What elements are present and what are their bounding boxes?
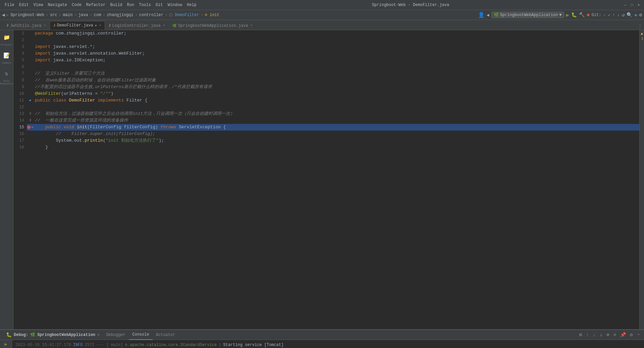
panel-settings-icon[interactable]: ⚙ [629, 331, 634, 338]
nav-back-icon[interactable]: ◀ [2, 12, 5, 18]
code-line-17: 17 System.out.println("init 初始化方法执行了"); [13, 137, 644, 144]
nav-forward-icon[interactable]: ▶ [6, 12, 9, 18]
menu-tools[interactable]: Tools [137, 2, 153, 8]
menu-help[interactable]: Help [185, 2, 199, 8]
code-editor[interactable]: 1 package com.zhangjingqi.controller; 2 … [13, 30, 644, 329]
breadcrumb-java[interactable]: java [78, 13, 88, 17]
console-scroll-end-icon[interactable]: ⇓ [598, 331, 604, 338]
tab-actuator[interactable]: Actuator [153, 330, 179, 340]
panel-close-icon[interactable]: − [635, 331, 641, 339]
code-line-4: 4 import javax.servlet.annotation.WebFil… [13, 50, 644, 57]
menu-view[interactable]: View [32, 2, 45, 8]
menu-file[interactable]: File [3, 2, 16, 8]
code-line-18: 18 } [13, 144, 644, 151]
debug-icon: 🐛 [6, 332, 12, 338]
menu-bar[interactable]: File Edit View Navigate Code Refactor Bu… [3, 2, 199, 8]
console-scroll-up-icon[interactable]: ↑ [585, 332, 590, 338]
git-push-icon[interactable]: ↑ [612, 12, 615, 17]
debug-app-icon: 🌿 [30, 332, 35, 337]
debug-left-toolbar: ▶ ↕ ↓ ↑ → ⏸ ■ ⟳ ⬡ ⬡ 🗑 ⚙ [0, 340, 12, 348]
breadcrumb-main[interactable]: main [63, 13, 73, 17]
tab-demofilter-close[interactable]: × [99, 24, 101, 27]
editor-area[interactable]: 1 package com.zhangjingqi.controller; 2 … [13, 30, 644, 329]
menu-build[interactable]: Build [108, 2, 124, 8]
run-config-label: SpringbootWebApplication [500, 13, 558, 17]
code-line-5: 5 import java.io.IOException; [13, 57, 644, 64]
breadcrumb-demofilter[interactable]: ⬡ DemoFilter [169, 12, 199, 17]
tab-console[interactable]: Console [129, 330, 152, 340]
debug-resume-icon[interactable]: ▶ [1, 341, 11, 347]
git-check-icon[interactable]: ✓ [603, 12, 606, 18]
menu-run[interactable]: Run [125, 2, 136, 8]
minimize-button[interactable]: — [623, 2, 628, 8]
tab-logincontroller[interactable]: J LoginController.java × [105, 21, 169, 30]
run-config-icon: 🌿 [494, 12, 499, 17]
tab-debugger[interactable]: Debugger [103, 330, 129, 340]
breadcrumb-zhangjingqi[interactable]: zhangjingqi [107, 13, 133, 17]
console-filter-icon[interactable]: ⊞ [578, 331, 583, 338]
debug-app-close[interactable]: × [97, 333, 100, 337]
breadcrumb-project[interactable]: Springboot-Web [10, 13, 44, 17]
tab-jwt-close[interactable]: × [44, 24, 46, 27]
ai-icon[interactable]: ◈ [634, 12, 637, 18]
tab-springbootapp-icon: 🌿 [172, 24, 176, 28]
nav-right-tools: 👤 ◀ 🌿 SpringbootWebApplication ▼ ▶ 🐛 🔨 ■… [478, 12, 642, 18]
code-line-10: 10 @WebFilter(urlPatterns = "/*") [13, 90, 644, 97]
window-controls[interactable]: — □ ✕ [623, 2, 641, 8]
tab-more-button[interactable]: ⋮ [637, 23, 643, 30]
console-pin-icon[interactable]: 📌 [619, 331, 627, 338]
tab-modified-indicator: ● [95, 24, 97, 27]
menu-navigate[interactable]: Navigate [46, 2, 69, 8]
bottom-panel: 🐛 Debug: 🌿 SpringbootWebApplication × De… [0, 329, 644, 348]
search-icon[interactable]: 🔍 [627, 12, 632, 18]
console-clear-icon[interactable]: ⊗ [605, 331, 610, 338]
sidebar-commit-icon[interactable]: 📝 [1, 50, 13, 62]
code-line-11: 11 ● public class DemoFilter implements … [13, 97, 644, 104]
code-line-9: 9 //不配置的话过滤器不会生效,urlPatterns表示拦截什么样的请求，/… [13, 84, 644, 90]
tab-jwt[interactable]: J JwtUtils.java × [3, 21, 50, 30]
left-sidebar: 📁 Project 📝 Commit ⇅ Pull Requests [0, 30, 13, 329]
console-line-1: 2023-05-16 15:41:27.170 INFO 2572 --- [ … [15, 342, 641, 348]
tab-demofilter[interactable]: J DemoFilter.java ● × [50, 21, 105, 30]
console-format-icon[interactable]: ≡ [612, 332, 618, 338]
git-tick-icon[interactable]: ✔ [608, 12, 610, 18]
maximize-button[interactable]: □ [629, 2, 635, 8]
menu-edit[interactable]: Edit [17, 2, 31, 8]
tab-logincontroller-close[interactable]: × [163, 24, 165, 27]
menu-refactor[interactable]: Refactor [84, 2, 108, 8]
debug-panel-title: 🐛 Debug: 🌿 SpringbootWebApplication × [3, 332, 103, 338]
bottom-panel-tools: ⊞ ↑ ↓ ⇓ ⊗ ≡ 📌 ⚙ − [578, 331, 641, 339]
breadcrumb-com[interactable]: com [94, 13, 101, 17]
debug-run-icon[interactable]: 🐛 [571, 12, 577, 18]
menu-code[interactable]: Code [70, 2, 84, 8]
sidebar-project-icon[interactable]: 📁 [1, 31, 13, 44]
tab-logincontroller-icon: J [109, 24, 111, 27]
editor-right-gutter: ▲ 1 [639, 30, 644, 329]
tab-springbootapp[interactable]: 🌿 SpringbootWebApplication.java × [169, 21, 256, 30]
code-line-6: 6 [13, 64, 644, 70]
settings-icon[interactable]: ⚙ [639, 12, 642, 18]
git-pull-icon[interactable]: ↓ [617, 12, 620, 17]
debug-content-area: ▶ ↕ ↓ ↑ → ⏸ ■ ⟳ ⬡ ⬡ 🗑 ⚙ 2023-05-16 15:41… [0, 340, 644, 348]
breadcrumb-controller[interactable]: controller [139, 13, 163, 17]
nav-back2-icon[interactable]: ◀ [487, 12, 489, 18]
tab-bar: J JwtUtils.java × J DemoFilter.java ● × … [0, 20, 644, 30]
console-scroll-down-icon[interactable]: ↓ [591, 332, 597, 338]
menu-git[interactable]: Git [154, 2, 165, 8]
tab-debugger-label: Debugger [106, 333, 126, 337]
stop-icon[interactable]: ■ [587, 12, 589, 18]
sidebar-pullreq-icon[interactable]: ⇅ [1, 68, 13, 80]
menu-window[interactable]: Window [166, 2, 184, 8]
build-icon[interactable]: 🔨 [579, 12, 585, 18]
close-button[interactable]: ✕ [636, 2, 641, 8]
window-title: Springboot-Web - DemoFilter.java [199, 3, 623, 7]
run-icon[interactable]: ▶ [566, 12, 570, 18]
code-line-14: 14 3 // 一般在这里完成一些资源及环境的准备操作 [13, 117, 644, 124]
breadcrumb-init[interactable]: ⊙ init [205, 12, 219, 17]
run-config-button[interactable]: 🌿 SpringbootWebApplication ▼ [491, 12, 564, 18]
avatar-icon[interactable]: 👤 [478, 12, 485, 18]
git-revert-icon[interactable]: ↺ [622, 12, 625, 18]
code-line-3: 3 import javax.servlet.*; [13, 44, 644, 50]
breadcrumb-src[interactable]: src [50, 13, 57, 17]
tab-springbootapp-close[interactable]: × [251, 24, 253, 27]
